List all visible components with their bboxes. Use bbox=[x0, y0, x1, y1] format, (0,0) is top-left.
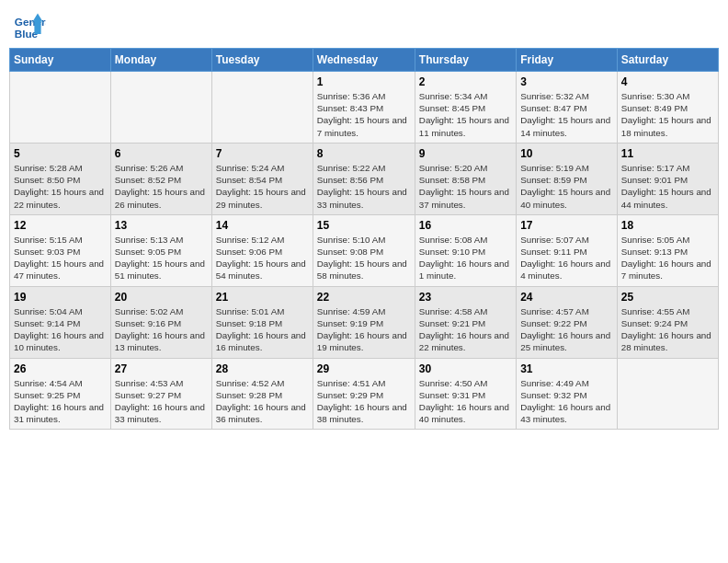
calendar-cell: 17Sunrise: 5:07 AM Sunset: 9:11 PM Dayli… bbox=[517, 214, 618, 286]
day-info: Sunrise: 5:26 AM Sunset: 8:52 PM Dayligh… bbox=[115, 162, 208, 211]
day-info: Sunrise: 4:52 AM Sunset: 9:28 PM Dayligh… bbox=[216, 377, 309, 426]
day-info: Sunrise: 5:24 AM Sunset: 8:54 PM Dayligh… bbox=[216, 162, 309, 211]
day-info: Sunrise: 5:22 AM Sunset: 8:56 PM Dayligh… bbox=[317, 162, 411, 211]
calendar-cell: 2Sunrise: 5:34 AM Sunset: 8:45 PM Daylig… bbox=[415, 72, 516, 144]
day-number: 8 bbox=[317, 147, 411, 160]
calendar-cell: 5Sunrise: 5:28 AM Sunset: 8:50 PM Daylig… bbox=[10, 143, 111, 214]
calendar-cell: 20Sunrise: 5:02 AM Sunset: 9:16 PM Dayli… bbox=[110, 286, 211, 358]
day-info: Sunrise: 5:10 AM Sunset: 9:08 PM Dayligh… bbox=[317, 234, 411, 282]
day-info: Sunrise: 4:58 AM Sunset: 9:21 PM Dayligh… bbox=[419, 305, 512, 354]
calendar-cell: 8Sunrise: 5:22 AM Sunset: 8:56 PM Daylig… bbox=[313, 143, 415, 214]
day-number: 14 bbox=[216, 219, 309, 232]
day-number: 30 bbox=[419, 362, 512, 375]
day-info: Sunrise: 4:54 AM Sunset: 9:25 PM Dayligh… bbox=[14, 377, 107, 426]
day-info: Sunrise: 5:07 AM Sunset: 9:11 PM Dayligh… bbox=[520, 234, 613, 282]
calendar-cell: 14Sunrise: 5:12 AM Sunset: 9:06 PM Dayli… bbox=[211, 214, 313, 286]
day-number: 20 bbox=[115, 291, 208, 304]
day-number: 9 bbox=[419, 147, 512, 160]
calendar-week-row: 19Sunrise: 5:04 AM Sunset: 9:14 PM Dayli… bbox=[10, 286, 719, 358]
calendar-week-row: 26Sunrise: 4:54 AM Sunset: 9:25 PM Dayli… bbox=[10, 358, 719, 430]
calendar-cell: 18Sunrise: 5:05 AM Sunset: 9:13 PM Dayli… bbox=[617, 214, 718, 286]
weekday-header-thursday: Thursday bbox=[415, 49, 516, 72]
day-info: Sunrise: 5:17 AM Sunset: 9:01 PM Dayligh… bbox=[621, 162, 714, 211]
day-number: 25 bbox=[621, 291, 714, 304]
calendar-cell: 10Sunrise: 5:19 AM Sunset: 8:59 PM Dayli… bbox=[517, 143, 618, 214]
day-number: 22 bbox=[317, 291, 411, 304]
calendar-cell: 28Sunrise: 4:52 AM Sunset: 9:28 PM Dayli… bbox=[211, 358, 313, 430]
calendar-cell: 16Sunrise: 5:08 AM Sunset: 9:10 PM Dayli… bbox=[415, 214, 516, 286]
calendar-cell: 13Sunrise: 5:13 AM Sunset: 9:05 PM Dayli… bbox=[110, 214, 211, 286]
day-info: Sunrise: 4:55 AM Sunset: 9:24 PM Dayligh… bbox=[621, 305, 714, 354]
calendar-cell: 12Sunrise: 5:15 AM Sunset: 9:03 PM Dayli… bbox=[10, 214, 111, 286]
calendar-cell: 6Sunrise: 5:26 AM Sunset: 8:52 PM Daylig… bbox=[110, 143, 211, 214]
day-info: Sunrise: 5:34 AM Sunset: 8:45 PM Dayligh… bbox=[419, 90, 512, 139]
day-info: Sunrise: 5:02 AM Sunset: 9:16 PM Dayligh… bbox=[115, 305, 208, 354]
page-header: General Blue bbox=[9, 9, 719, 42]
day-number: 24 bbox=[520, 291, 613, 304]
calendar-cell bbox=[110, 72, 211, 144]
calendar-cell bbox=[617, 358, 718, 430]
calendar-cell: 1Sunrise: 5:36 AM Sunset: 8:43 PM Daylig… bbox=[313, 72, 415, 144]
day-info: Sunrise: 5:08 AM Sunset: 9:10 PM Dayligh… bbox=[419, 234, 512, 282]
logo-icon: General Blue bbox=[13, 9, 46, 42]
day-number: 16 bbox=[419, 219, 512, 232]
calendar-cell: 23Sunrise: 4:58 AM Sunset: 9:21 PM Dayli… bbox=[415, 286, 516, 358]
day-info: Sunrise: 5:01 AM Sunset: 9:18 PM Dayligh… bbox=[216, 305, 309, 354]
day-number: 18 bbox=[621, 219, 714, 232]
day-number: 29 bbox=[317, 362, 411, 375]
weekday-header-wednesday: Wednesday bbox=[313, 49, 415, 72]
day-info: Sunrise: 5:19 AM Sunset: 8:59 PM Dayligh… bbox=[520, 162, 613, 211]
calendar-cell: 11Sunrise: 5:17 AM Sunset: 9:01 PM Dayli… bbox=[617, 143, 718, 214]
calendar-cell: 3Sunrise: 5:32 AM Sunset: 8:47 PM Daylig… bbox=[517, 72, 618, 144]
day-number: 4 bbox=[621, 75, 714, 88]
day-info: Sunrise: 5:05 AM Sunset: 9:13 PM Dayligh… bbox=[621, 234, 714, 282]
day-info: Sunrise: 5:12 AM Sunset: 9:06 PM Dayligh… bbox=[216, 234, 309, 282]
day-info: Sunrise: 5:15 AM Sunset: 9:03 PM Dayligh… bbox=[14, 234, 107, 282]
weekday-header-saturday: Saturday bbox=[617, 49, 718, 72]
day-number: 5 bbox=[14, 147, 107, 160]
calendar-table: SundayMondayTuesdayWednesdayThursdayFrid… bbox=[9, 48, 719, 430]
calendar-cell: 31Sunrise: 4:49 AM Sunset: 9:32 PM Dayli… bbox=[517, 358, 618, 430]
day-number: 3 bbox=[520, 75, 613, 88]
weekday-header-monday: Monday bbox=[110, 49, 211, 72]
day-number: 17 bbox=[520, 219, 613, 232]
calendar-cell: 29Sunrise: 4:51 AM Sunset: 9:29 PM Dayli… bbox=[313, 358, 415, 430]
calendar-cell: 9Sunrise: 5:20 AM Sunset: 8:58 PM Daylig… bbox=[415, 143, 516, 214]
day-number: 10 bbox=[520, 147, 613, 160]
day-number: 7 bbox=[216, 147, 309, 160]
day-info: Sunrise: 4:50 AM Sunset: 9:31 PM Dayligh… bbox=[419, 377, 512, 426]
day-info: Sunrise: 5:30 AM Sunset: 8:49 PM Dayligh… bbox=[621, 90, 714, 139]
calendar-cell: 22Sunrise: 4:59 AM Sunset: 9:19 PM Dayli… bbox=[313, 286, 415, 358]
day-info: Sunrise: 5:36 AM Sunset: 8:43 PM Dayligh… bbox=[317, 90, 411, 139]
logo: General Blue bbox=[13, 9, 46, 42]
day-info: Sunrise: 5:04 AM Sunset: 9:14 PM Dayligh… bbox=[14, 305, 107, 354]
calendar-cell: 24Sunrise: 4:57 AM Sunset: 9:22 PM Dayli… bbox=[517, 286, 618, 358]
day-info: Sunrise: 5:32 AM Sunset: 8:47 PM Dayligh… bbox=[520, 90, 613, 139]
svg-text:General: General bbox=[15, 16, 46, 28]
calendar-week-row: 12Sunrise: 5:15 AM Sunset: 9:03 PM Dayli… bbox=[10, 214, 719, 286]
day-number: 21 bbox=[216, 291, 309, 304]
day-info: Sunrise: 5:20 AM Sunset: 8:58 PM Dayligh… bbox=[419, 162, 512, 211]
calendar-week-row: 1Sunrise: 5:36 AM Sunset: 8:43 PM Daylig… bbox=[10, 72, 719, 144]
weekday-header-tuesday: Tuesday bbox=[211, 49, 313, 72]
calendar-cell: 21Sunrise: 5:01 AM Sunset: 9:18 PM Dayli… bbox=[211, 286, 313, 358]
day-number: 31 bbox=[520, 362, 613, 375]
day-number: 1 bbox=[317, 75, 411, 88]
day-number: 12 bbox=[14, 219, 107, 232]
calendar-cell bbox=[10, 72, 111, 144]
day-number: 6 bbox=[115, 147, 208, 160]
day-number: 2 bbox=[419, 75, 512, 88]
day-number: 28 bbox=[216, 362, 309, 375]
day-number: 27 bbox=[115, 362, 208, 375]
weekday-header-sunday: Sunday bbox=[10, 49, 111, 72]
day-info: Sunrise: 5:13 AM Sunset: 9:05 PM Dayligh… bbox=[115, 234, 208, 282]
calendar-cell: 15Sunrise: 5:10 AM Sunset: 9:08 PM Dayli… bbox=[313, 214, 415, 286]
calendar-cell bbox=[211, 72, 313, 144]
day-number: 11 bbox=[621, 147, 714, 160]
day-info: Sunrise: 4:57 AM Sunset: 9:22 PM Dayligh… bbox=[520, 305, 613, 354]
calendar-cell: 4Sunrise: 5:30 AM Sunset: 8:49 PM Daylig… bbox=[617, 72, 718, 144]
day-number: 23 bbox=[419, 291, 512, 304]
day-info: Sunrise: 4:51 AM Sunset: 9:29 PM Dayligh… bbox=[317, 377, 411, 426]
calendar-cell: 19Sunrise: 5:04 AM Sunset: 9:14 PM Dayli… bbox=[10, 286, 111, 358]
day-number: 15 bbox=[317, 219, 411, 232]
